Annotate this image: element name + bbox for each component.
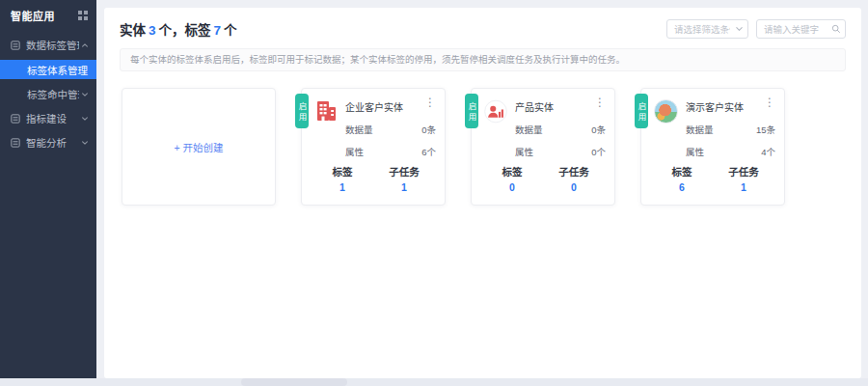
content-panel: 实体3个，标签7个	[104, 8, 861, 378]
sidebar-item-tag-hit-management[interactable]: 标签命中管理	[0, 82, 96, 106]
sidebar-item-label: 指标建设	[26, 111, 79, 125]
header-controls	[666, 19, 846, 39]
footer-metric-value[interactable]: 0	[543, 181, 605, 193]
entity-card[interactable]: 启用 产品实体 ⋮ 数据量0条属性0个 标签0子任	[471, 88, 615, 206]
footer-metric-label: 子任务	[543, 164, 605, 179]
sidebar-item-label: 标签命中管理	[27, 87, 79, 101]
footer-metric-label: 子任务	[373, 164, 435, 179]
entity-title: 演示客户实体	[686, 97, 760, 114]
footer-metric: 标签0	[481, 164, 543, 193]
footer-metric: 子任务0	[543, 164, 605, 193]
document-icon	[11, 138, 20, 148]
page-title: 实体3个，标签7个	[120, 19, 237, 39]
footer-metric: 子任务1	[373, 164, 435, 193]
app-root: 智能应用 数据标签管理 标签体系管理 标签命中管理	[0, 0, 868, 378]
stat-label: 数据量	[686, 123, 714, 136]
sidebar-item-label: 数据标签管理	[26, 38, 79, 52]
stat-row: 属性4个	[686, 145, 775, 158]
sidebar-item-intelligent-analysis[interactable]: 智能分析	[0, 130, 96, 154]
create-entity-card[interactable]: + 开始创建	[122, 88, 276, 206]
create-entity-link[interactable]: + 开始创建	[174, 140, 223, 154]
entity-suffix: 个，	[159, 23, 185, 38]
stat-value: 0条	[591, 123, 606, 136]
entity-card[interactable]: 启用 企业客户实体 ⋮ 数据量0条属性	[301, 88, 446, 206]
stat-value: 0个	[591, 145, 606, 158]
entity-title: 产品实体	[515, 97, 590, 114]
sidebar-item-tag-system-management[interactable]: 标签体系管理	[0, 60, 96, 79]
keyword-search	[756, 19, 846, 39]
stat-rows: 数据量0条属性0个	[515, 123, 606, 158]
more-menu-icon[interactable]: ⋮	[590, 97, 606, 108]
footer-metric-label: 子任务	[713, 164, 774, 179]
stat-row: 数据量0条	[515, 123, 606, 136]
footer-metric-value[interactable]: 1	[713, 181, 774, 193]
document-icon	[11, 41, 20, 50]
more-menu-icon[interactable]: ⋮	[420, 97, 436, 108]
stat-label: 属性	[515, 145, 533, 158]
app-title: 智能应用	[11, 8, 55, 23]
more-menu-icon[interactable]: ⋮	[760, 97, 775, 108]
avatar-photo	[654, 99, 678, 124]
sidebar-header: 智能应用	[0, 0, 96, 33]
stat-label: 属性	[686, 145, 704, 158]
main-content: 实体3个，标签7个	[96, 0, 868, 378]
card-footer: 标签6子任务1	[641, 164, 784, 193]
sidebar-item-data-tag-management[interactable]: 数据标签管理	[0, 33, 96, 57]
chevron-down-icon	[81, 91, 89, 98]
collapse-grid-icon[interactable]	[78, 11, 88, 20]
sidebar-item-label: 标签体系管理	[27, 63, 89, 77]
tag-count: 7	[214, 23, 222, 38]
footer-metric-value[interactable]: 6	[651, 181, 713, 193]
footer-metric-label: 标签	[651, 164, 713, 179]
stat-row: 数据量0条	[345, 123, 436, 136]
stat-label: 数据量	[345, 123, 373, 136]
chevron-down-icon	[81, 139, 89, 147]
tag-suffix: 个	[224, 23, 237, 38]
stat-value: 4个	[761, 145, 775, 158]
status-badge: 启用	[465, 94, 478, 128]
horizontal-scrollbar-thumb[interactable]	[241, 378, 347, 386]
footer-metric-label: 标签	[312, 164, 373, 179]
stat-value: 6个	[421, 145, 436, 158]
stat-rows: 数据量15条属性4个	[686, 123, 775, 158]
sidebar-item-label: 智能分析	[26, 135, 79, 150]
person-chart-icon	[484, 99, 507, 123]
info-banner: 每个实体的标签体系启用后，标签即可用于标记数据；某个实体标签的停用，须先暂停相关…	[120, 48, 846, 71]
footer-metric-label: 标签	[481, 164, 543, 179]
entity-count: 3	[149, 23, 156, 38]
chevron-down-icon	[81, 115, 89, 123]
entity-title: 企业客户实体	[345, 97, 420, 114]
stat-row: 属性6个	[345, 145, 436, 158]
status-badge: 启用	[295, 94, 309, 128]
card-footer: 标签0子任务0	[472, 164, 614, 193]
footer-metric-value[interactable]: 1	[312, 181, 373, 193]
entity-label: 实体	[120, 23, 146, 38]
tag-label: 标签	[185, 23, 211, 38]
stat-row: 属性0个	[515, 145, 606, 158]
stat-row: 数据量15条	[686, 123, 775, 136]
building-icon	[314, 99, 338, 123]
footer-metric: 标签1	[312, 164, 373, 193]
footer-metric-value[interactable]: 0	[481, 181, 543, 193]
sidebar-item-indicator-building[interactable]: 指标建设	[0, 106, 96, 130]
footer-metric: 标签6	[651, 164, 713, 193]
search-icon[interactable]	[831, 24, 841, 34]
chevron-down-icon[interactable]	[735, 25, 744, 34]
footer-metric-value[interactable]: 1	[373, 181, 435, 193]
stat-value: 0条	[421, 123, 436, 136]
entity-cards: + 开始创建 启用 企业客户	[120, 88, 846, 206]
footer-metric: 子任务1	[713, 164, 774, 193]
stat-label: 数据量	[515, 123, 543, 136]
sidebar: 智能应用 数据标签管理 标签体系管理 标签命中管理	[0, 0, 96, 378]
card-footer: 标签1子任务1	[302, 164, 445, 193]
stat-rows: 数据量0条属性6个	[345, 123, 436, 158]
info-banner-text: 每个实体的标签体系启用后，标签即可用于标记数据；某个实体标签的停用，须先暂停相关…	[130, 54, 625, 65]
filter-select	[666, 19, 748, 39]
document-icon	[11, 114, 20, 124]
horizontal-scrollbar[interactable]	[0, 378, 868, 386]
entity-card[interactable]: 启用 演示客户实体 ⋮ 数据量15条属性4个 标签6子任务1	[640, 88, 785, 206]
chevron-up-icon	[81, 41, 89, 49]
stat-label: 属性	[345, 145, 364, 158]
status-badge: 启用	[635, 94, 648, 128]
stat-value: 15条	[756, 123, 775, 136]
